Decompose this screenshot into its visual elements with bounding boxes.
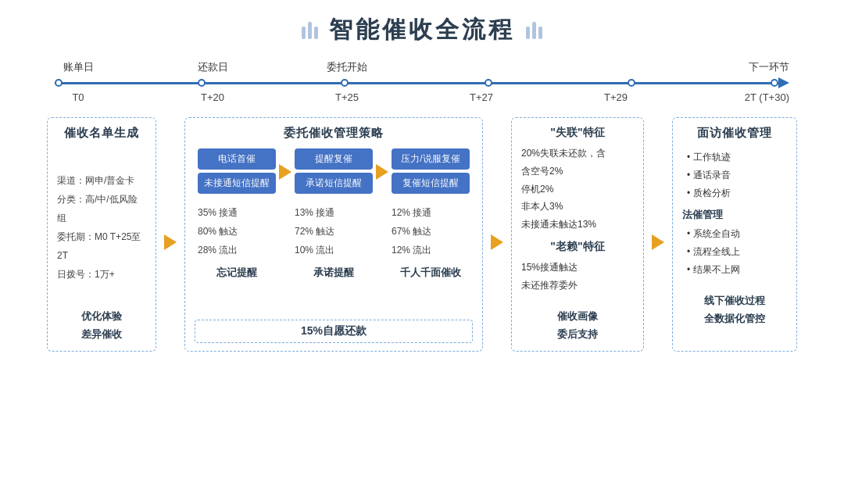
tl-val-2: T+25 bbox=[324, 91, 370, 103]
arrow-right-icon-2 bbox=[491, 234, 503, 250]
box4-s2-item-1: 流程全线上 bbox=[682, 243, 787, 261]
strategy2-stats: 13% 接通 72% 触达 10% 流出 bbox=[295, 203, 373, 259]
arrow-strategy-2 bbox=[376, 148, 388, 180]
box1-title: 催收名单生成 bbox=[57, 126, 146, 141]
s2-stat-0: 13% 接通 bbox=[295, 203, 373, 222]
laorai-0: 15%接通触达 bbox=[521, 259, 634, 277]
box3-footer: 催收画像 委后支持 bbox=[521, 307, 634, 344]
strategy2-btn1: 提醒复催 bbox=[295, 148, 373, 170]
box3-footer-0: 催收画像 bbox=[521, 307, 634, 325]
strategy2-btn2: 承诺短信提醒 bbox=[295, 173, 373, 194]
box1-meta-0: 渠道：网申/普金卡 bbox=[57, 171, 146, 190]
box3-footer-1: 委后支持 bbox=[521, 325, 634, 343]
s3-stat-2: 12% 流出 bbox=[392, 241, 470, 259]
arrow-2 bbox=[491, 117, 503, 352]
strategy-col-1: 电话首催 未接通短信提醒 35% 接通 80% 触达 28% 流出 忘记提醒 bbox=[195, 148, 279, 280]
box2-strategies: 电话首催 未接通短信提醒 35% 接通 80% 触达 28% 流出 忘记提醒 提… bbox=[195, 148, 473, 313]
tl-label-4 bbox=[592, 60, 639, 74]
tl-dot-2 bbox=[341, 79, 349, 87]
arrow-strategy-icon-1 bbox=[279, 164, 291, 180]
box3-feat-lost-0: 含空号2% 停机2% 非本人3% 未接通未触达13% bbox=[521, 163, 634, 234]
strategy-col-2: 提醒复催 承诺短信提醒 13% 接通 72% 触达 10% 流出 承诺提醒 bbox=[291, 148, 376, 280]
lost-0: 含空号2% bbox=[521, 163, 634, 181]
s1-stat-2: 28% 流出 bbox=[198, 241, 276, 259]
tl-dot-5 bbox=[771, 79, 778, 87]
strategy3-btn1: 压力/说服复催 bbox=[392, 148, 470, 170]
box3-title: "失联"特征 bbox=[521, 126, 634, 140]
s1-stat-1: 80% 触达 bbox=[198, 222, 276, 241]
box4-footer-0: 线下催收过程 bbox=[682, 291, 787, 309]
box1-footer-0: 优化体验 bbox=[57, 307, 146, 325]
strategy3-footer: 千人千面催收 bbox=[400, 266, 461, 280]
strategy-col-3: 压力/说服复催 复催短信提醒 12% 接通 67% 触达 12% 流出 千人千面… bbox=[388, 148, 473, 280]
arrow-strategy-1 bbox=[279, 148, 291, 180]
box-list-generation: 催收名单生成 渠道：网申/普金卡 分类：高/中/低风险组 委托期：M0 T+25… bbox=[47, 117, 156, 352]
box3-intro-section: 20%失联未还款，含 含空号2% 停机2% 非本人3% 未接通未触达13% bbox=[521, 145, 634, 234]
lost-3: 未接通未触达13% bbox=[521, 216, 634, 234]
boxes-row: 催收名单生成 渠道：网申/普金卡 分类：高/中/低风险组 委托期：M0 T+25… bbox=[47, 117, 797, 352]
timeline-dots bbox=[55, 79, 778, 87]
timeline-labels: 账单日 还款日 委托开始 下一环节 bbox=[55, 60, 789, 74]
strategy2-footer: 承诺提醒 bbox=[313, 266, 354, 280]
timeline-line bbox=[55, 77, 789, 88]
tl-dot-3 bbox=[485, 79, 492, 87]
tl-val-4: T+29 bbox=[592, 91, 639, 103]
box4-item-0: 工作轨迹 bbox=[682, 148, 787, 166]
s2-stat-2: 10% 流出 bbox=[295, 241, 373, 259]
box3-intro: 20%失联未还款，含 bbox=[521, 145, 634, 163]
tl-label-2: 委托开始 bbox=[324, 60, 370, 74]
strategy1-btn2: 未接通短信提醒 bbox=[198, 173, 276, 194]
arrow-strategy-icon-2 bbox=[376, 164, 388, 180]
tl-label-1: 还款日 bbox=[189, 60, 236, 74]
lost-1: 停机2% bbox=[521, 181, 634, 198]
arrow-3 bbox=[652, 117, 664, 352]
box4-footer-1: 全数据化管控 bbox=[682, 309, 787, 327]
box4-footer: 线下催收过程 全数据化管控 bbox=[682, 291, 787, 328]
left-bars-icon bbox=[302, 22, 318, 39]
tl-val-5: 2T (T+30) bbox=[727, 91, 789, 103]
box4-section1: 工作轨迹 通话录音 质检分析 bbox=[682, 148, 787, 202]
s1-stat-0: 35% 接通 bbox=[198, 203, 276, 222]
box2-bottom-banner: 15%自愿还款 bbox=[195, 320, 473, 343]
box3-title2: "老赖"特征 bbox=[521, 240, 634, 254]
box-commission-strategy: 委托催收管理策略 电话首催 未接通短信提醒 35% 接通 80% 触达 28% … bbox=[184, 117, 483, 352]
laorai-1: 未还推荐委外 bbox=[521, 277, 634, 295]
tl-dot-0 bbox=[55, 79, 63, 87]
box1-meta-1: 分类：高/中/低风险组 bbox=[57, 190, 146, 227]
box4-section2: 法催管理 系统全自动 流程全线上 结果不上网 bbox=[682, 208, 787, 278]
strategy3-btn2: 复催短信提醒 bbox=[392, 173, 470, 194]
tl-dot-1 bbox=[198, 79, 206, 87]
timeline-arrow-icon bbox=[778, 77, 789, 88]
box1-meta: 渠道：网申/普金卡 分类：高/中/低风险组 委托期：M0 T+25至2T 日拨号… bbox=[57, 171, 146, 284]
strategy1-footer: 忘记提醒 bbox=[216, 266, 257, 280]
box3-feat-laorai: 15%接通触达 未还推荐委外 bbox=[521, 259, 634, 295]
timeline-section: 账单日 还款日 委托开始 下一环节 T0 T+20 bbox=[47, 60, 797, 103]
box1-meta-3: 日拨号：1万+ bbox=[57, 265, 146, 284]
box4-item-1: 通话录音 bbox=[682, 166, 787, 184]
box4-item-2: 质检分析 bbox=[682, 184, 787, 202]
s3-stat-0: 12% 接通 bbox=[392, 203, 470, 222]
timeline-track bbox=[55, 82, 778, 84]
s3-stat-1: 67% 触达 bbox=[392, 222, 470, 241]
right-bars-icon bbox=[526, 22, 542, 39]
tl-dot-4 bbox=[628, 79, 635, 87]
box-field-collection: 面访催收管理 工作轨迹 通话录音 质检分析 法催管理 系统全自动 流程全线上 结… bbox=[672, 117, 797, 352]
box2-title: 委托催收管理策略 bbox=[195, 126, 473, 141]
tl-label-3 bbox=[458, 60, 505, 74]
strategy1-stats: 35% 接通 80% 触达 28% 流出 bbox=[198, 203, 276, 259]
box4-subtitle: 法催管理 bbox=[682, 208, 787, 222]
tl-label-5: 下一环节 bbox=[727, 60, 789, 74]
box1-footer: 优化体验 差异催收 bbox=[57, 307, 146, 344]
box4-title: 面访催收管理 bbox=[682, 126, 787, 141]
arrow-1 bbox=[164, 117, 177, 352]
box3-laorai-section: "老赖"特征 15%接通触达 未还推荐委外 bbox=[521, 240, 634, 295]
tl-label-0: 账单日 bbox=[55, 60, 102, 74]
tl-val-0: T0 bbox=[55, 91, 102, 103]
s2-stat-1: 72% 触达 bbox=[295, 222, 373, 241]
title-row: 智能催收全流程 bbox=[47, 14, 797, 46]
page-title: 智能催收全流程 bbox=[329, 14, 515, 46]
tl-val-1: T+20 bbox=[189, 91, 236, 103]
box1-footer-1: 差异催收 bbox=[57, 325, 146, 343]
box4-s2-item-2: 结果不上网 bbox=[682, 261, 787, 279]
box4-s2-item-0: 系统全自动 bbox=[682, 225, 787, 243]
